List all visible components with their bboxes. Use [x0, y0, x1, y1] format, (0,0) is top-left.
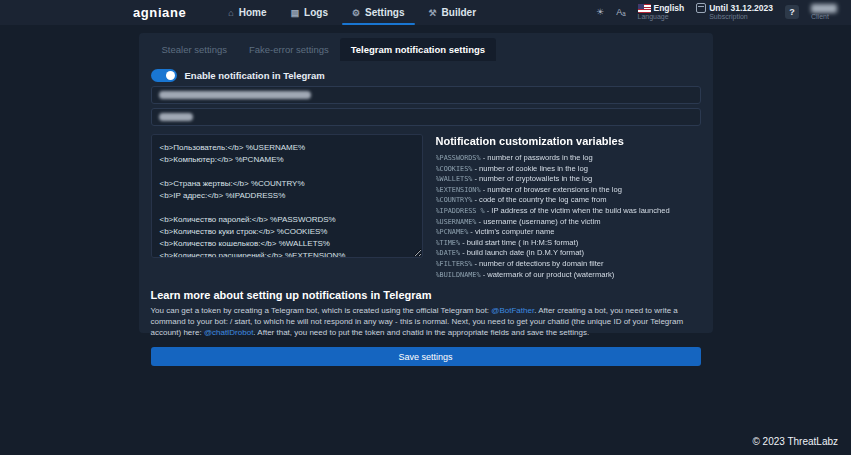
calendar-icon: [696, 3, 706, 13]
subscription-info: Until 31.12.2023 Subscription: [696, 3, 773, 21]
telegram-chatid-field[interactable]: [151, 108, 701, 126]
builder-icon: ⚒: [429, 8, 437, 18]
telegram-token-field[interactable]: [151, 86, 701, 104]
variable-row: %TIME% - build start time ( in H:M:S for…: [436, 238, 701, 249]
tab-telegram-notification-settings[interactable]: Telegram notification settings: [340, 38, 496, 61]
us-flag-icon: [638, 4, 651, 13]
variable-row: %DATE% - build launch date (in D.M.Y for…: [436, 248, 701, 259]
nav-item-home[interactable]: ⌂ Home: [216, 0, 278, 25]
variable-name: %EXTENSION%: [436, 186, 481, 194]
nav-item-label: Home: [239, 7, 267, 18]
nav-item-label: Builder: [442, 7, 476, 18]
nav-item-logs[interactable]: ▤ Logs: [279, 0, 340, 25]
variable-name: %IPADDRESS %: [436, 207, 485, 215]
learn-paragraph: You can get a token by creating a Telegr…: [151, 305, 701, 338]
client-name-redacted: [811, 4, 837, 13]
nav-item-settings[interactable]: ⚙ Settings: [340, 0, 417, 25]
telegram-toggle-row: Enable notification in Telegram: [151, 68, 701, 82]
variable-name: %WALLETS%: [436, 175, 473, 183]
token-value-redacted: [159, 91, 311, 99]
language-value: English: [654, 4, 685, 14]
main-menu: ⌂ Home ▤ Logs ⚙ Settings ⚒ Builder: [216, 0, 488, 25]
paragraph-text: You can get a token by creating a Telegr…: [151, 306, 492, 315]
variable-desc: - username (username) of the victim: [476, 217, 600, 226]
theme-toggle-icon[interactable]: ☀: [596, 7, 604, 17]
variable-row: %COUNTRY% - code of the country the log …: [436, 195, 701, 206]
client-menu[interactable]: Client: [811, 4, 837, 21]
nav-item-builder[interactable]: ⚒ Builder: [417, 0, 489, 25]
variable-name: %PCNAME%: [436, 228, 469, 236]
botfather-link[interactable]: @BotFather: [491, 306, 534, 315]
variable-row: %PCNAME% - victim's computer name: [436, 227, 701, 238]
tab-stealer-settings[interactable]: Stealer settings: [151, 38, 238, 61]
variable-desc: - number of browser extensions in the lo…: [481, 185, 622, 194]
subscription-value: Until 31.12.2023: [709, 4, 773, 14]
settings-card: Stealer settings Fake-error settings Tel…: [139, 33, 713, 333]
variable-name: %COOKIES%: [436, 165, 473, 173]
copyright-footer: © 2023 ThreatLabz: [752, 436, 838, 447]
variables-panel-title: Notification customization variables: [436, 135, 701, 147]
variable-desc: - number of detections by domain filter: [472, 259, 603, 268]
variable-name: %COUNTRY%: [436, 196, 473, 204]
gear-icon: ⚙: [352, 8, 360, 18]
variable-desc: - code of the country the log came from: [472, 195, 606, 204]
learn-section-title: Learn more about setting up notification…: [151, 289, 701, 301]
variables-list: %PASSWORDS% - number of passwords in the…: [436, 153, 701, 280]
variable-desc: - build start time ( in H:M:S format): [460, 238, 578, 247]
paragraph-text: . After that, you need to put the token …: [253, 328, 589, 337]
save-settings-button[interactable]: Save settings: [151, 347, 701, 366]
translate-icon[interactable]: Aₐ: [616, 7, 625, 17]
home-icon: ⌂: [228, 8, 233, 18]
variable-desc: - watermark of our product (watermark): [481, 270, 615, 279]
variable-name: %PASSWORDS%: [436, 154, 481, 162]
app-logo: agniane: [133, 5, 186, 20]
subscription-label: Subscription: [696, 13, 773, 21]
variable-name: %USERNAME%: [436, 218, 477, 226]
logs-icon: ▤: [291, 8, 300, 18]
variable-row: %WALLETS% - number of cryptowallets in t…: [436, 174, 701, 185]
telegram-toggle-label: Enable notification in Telegram: [185, 70, 325, 81]
variable-row: %COOKIES% - number of cookie lines in th…: [436, 164, 701, 175]
variable-row: %PASSWORDS% - number of passwords in the…: [436, 153, 701, 164]
variable-name: %DATE%: [436, 249, 461, 257]
settings-tabs: Stealer settings Fake-error settings Tel…: [151, 38, 701, 61]
top-navbar: agniane ⌂ Home ▤ Logs ⚙ Settings ⚒ Build…: [0, 0, 851, 25]
language-label: Language: [638, 13, 685, 21]
variable-row: %USERNAME% - username (username) of the …: [436, 217, 701, 228]
nav-item-label: Logs: [304, 7, 328, 18]
help-button[interactable]: ?: [785, 5, 799, 19]
tab-fake-error-settings[interactable]: Fake-error settings: [238, 38, 340, 61]
variables-panel: Notification customization variables %PA…: [436, 134, 701, 280]
variable-desc: - number of cryptowallets in the log: [472, 174, 592, 183]
variable-name: %BUILDNAME%: [436, 271, 481, 279]
nav-item-label: Settings: [365, 7, 404, 18]
navbar-right: ☀ Aₐ English Language Until 31.12.2023 S…: [596, 3, 837, 21]
variable-row: %BUILDNAME% - watermark of our product (…: [436, 270, 701, 281]
variable-desc: - number of passwords in the log: [481, 153, 593, 162]
variable-row: %FILTERS% - number of detections by doma…: [436, 259, 701, 270]
chatid-value-redacted: [159, 113, 193, 121]
client-label: Client: [811, 13, 837, 21]
chatidrobot-link[interactable]: @chatIDrobot: [204, 328, 253, 337]
notification-template-textarea[interactable]: <b>Пользователь:</b> %USERNAME% <b>Компь…: [151, 134, 423, 258]
variable-name: %FILTERS%: [436, 260, 473, 268]
variable-desc: - build launch date (in D.M.Y format): [460, 248, 584, 257]
variable-desc: - IP address of the victim when the buil…: [485, 206, 670, 215]
telegram-notifications-toggle[interactable]: [151, 69, 177, 82]
variable-row: %EXTENSION% - number of browser extensio…: [436, 185, 701, 196]
variable-row: %IPADDRESS % - IP address of the victim …: [436, 206, 701, 217]
language-selector[interactable]: English Language: [638, 4, 685, 22]
variable-desc: - number of cookie lines in the log: [472, 164, 588, 173]
learn-section: Learn more about setting up notification…: [151, 289, 701, 338]
variable-desc: - victim's computer name: [468, 227, 554, 236]
variable-name: %TIME%: [436, 239, 461, 247]
